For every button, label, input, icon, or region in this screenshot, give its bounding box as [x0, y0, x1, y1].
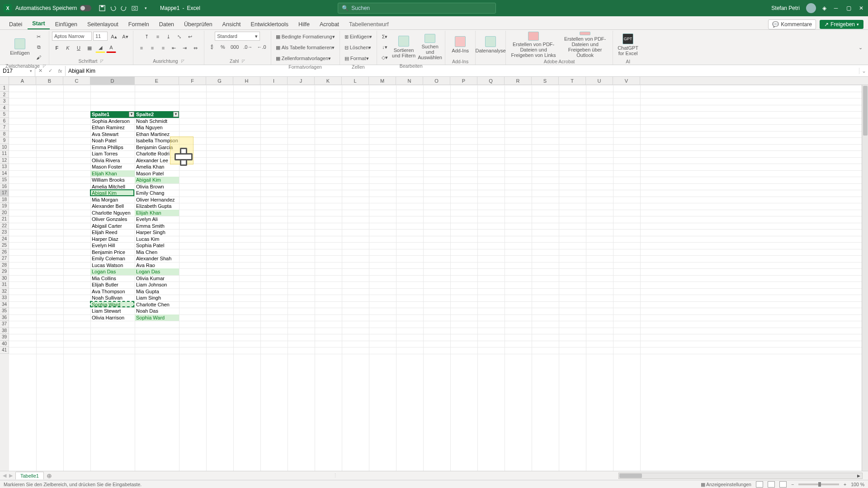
increase-font-icon[interactable]: A▴ — [109, 32, 119, 42]
paste-button[interactable]: Einfügen — [8, 34, 32, 60]
percent-icon[interactable]: % — [218, 42, 228, 52]
cell-styles-button[interactable]: ▦ Zellenformatvorlagen ▾ — [274, 53, 333, 63]
dialog-launcher-icon[interactable]: ◸ — [242, 59, 245, 63]
tab-file[interactable]: Datei — [5, 19, 27, 29]
minimize-icon[interactable]: ─ — [833, 5, 839, 11]
document-title: Mappe1-Excel — [160, 5, 200, 11]
format-table-button[interactable]: ▦ Als Tabelle formatieren ▾ — [274, 42, 337, 52]
maximize-icon[interactable]: ▢ — [845, 5, 852, 11]
share-button[interactable]: ↗Freigeben▾ — [820, 20, 863, 29]
user-name[interactable]: Stefan Petri — [771, 5, 800, 11]
pdf-icon — [580, 32, 590, 35]
autosave-toggle[interactable]: Automatisches Speichern — [15, 5, 91, 11]
expand-formula-icon[interactable]: ⌄ — [859, 68, 868, 74]
align-right-icon[interactable]: ≡ — [158, 43, 169, 53]
group-alignment: ⤒ ≡ ⤓ ⤡ ↩ ≡ ≡ ≡ ⇤ ⇥ ⇔ Ausrichtung◸ — [133, 31, 204, 65]
inc-decimal-icon[interactable]: .0→ — [241, 42, 254, 52]
group-font: Aptos Narrow 11 A▴ A▾ F K U ▦ ◢ A Schrif… — [49, 31, 133, 65]
merge-center-icon[interactable]: ⇔ — [190, 43, 201, 53]
comma-icon[interactable]: 000 — [229, 42, 241, 52]
underline-icon[interactable]: U — [74, 43, 84, 53]
qat-more-icon[interactable]: ▾ — [142, 5, 149, 12]
accounting-icon[interactable]: ₿ — [207, 42, 217, 52]
enter-icon[interactable]: ✓ — [45, 66, 55, 76]
cut-icon[interactable]: ✂ — [34, 32, 44, 42]
tab-help[interactable]: Hilfe — [294, 19, 314, 29]
align-top-icon[interactable]: ⤒ — [142, 32, 152, 42]
orientation-icon[interactable]: ⤡ — [174, 32, 185, 42]
tab-dev[interactable]: Entwicklertools — [246, 19, 293, 29]
camera-icon[interactable] — [131, 5, 138, 12]
tab-review[interactable]: Überprüfen — [179, 19, 217, 29]
addins-icon — [455, 36, 466, 47]
indent-inc-icon[interactable]: ⇥ — [179, 43, 190, 53]
chatgpt-button[interactable]: GPTChatGPT for Excel — [616, 32, 640, 58]
align-bottom-icon[interactable]: ⤓ — [163, 32, 174, 42]
pdf-outlook-button[interactable]: Erstellen von PDF-Dateien und Freigeben … — [560, 32, 610, 58]
tab-acrobat[interactable]: Acrobat — [315, 19, 344, 29]
name-box[interactable]: D17▾ — [0, 65, 35, 76]
indent-dec-icon[interactable]: ⇤ — [169, 43, 179, 53]
format-painter-icon[interactable]: 🖌 — [34, 52, 44, 62]
clear-icon[interactable]: ◇▾ — [380, 52, 390, 62]
align-center-icon[interactable]: ≡ — [147, 43, 158, 53]
dialog-launcher-icon[interactable]: ◸ — [181, 59, 184, 63]
diamond-icon[interactable]: ◈ — [822, 5, 826, 11]
sort-filter-button[interactable]: Sortieren und Filtern — [392, 34, 416, 60]
delete-cells-button[interactable]: ⊟ Löschen ▾ — [343, 42, 373, 52]
align-left-icon[interactable]: ≡ — [136, 43, 147, 53]
delete-icon: ⊟ — [344, 45, 349, 51]
redo-icon[interactable] — [120, 5, 127, 12]
pdf-share-link-button[interactable]: Erstellen von PDF-Dateien und Freigeben … — [509, 32, 558, 58]
tab-view[interactable]: Ansicht — [218, 19, 245, 29]
find-select-button[interactable]: Suchen und Auswählen — [418, 34, 442, 60]
formula-input[interactable]: Abigail Kim — [66, 68, 859, 74]
fill-color-icon[interactable]: ◢ — [95, 43, 105, 53]
cancel-icon[interactable]: ✕ — [35, 66, 45, 76]
formula-bar: D17▾ ✕ ✓ fx Abigail Kim ⌄ — [0, 65, 868, 77]
titlebar: X Automatisches Speichern ▾ Mappe1-Excel… — [0, 0, 868, 16]
wrap-text-icon[interactable]: ↩ — [185, 32, 196, 42]
tab-layout[interactable]: Seitenlayout — [83, 19, 123, 29]
group-acrobat: Erstellen von PDF-Dateien und Freigeben … — [506, 31, 613, 65]
undo-icon[interactable] — [109, 5, 117, 12]
format-icon: ▤ — [344, 56, 349, 61]
tab-tabledesign[interactable]: Tabellenentwurf — [344, 19, 393, 29]
group-number: Standard▾ ₿ % 000 .0→ ←.0 Zahl◸ — [204, 31, 271, 65]
avatar[interactable] — [806, 3, 816, 13]
search-icon: 🔍 — [342, 5, 349, 11]
copy-icon[interactable]: ⧉ — [34, 42, 44, 52]
analysis-icon — [485, 36, 496, 47]
collapse-ribbon-icon[interactable]: ⌄ — [859, 45, 863, 51]
data-analysis-button[interactable]: Datenanalyse — [478, 32, 503, 58]
insert-cells-button[interactable]: ⊞ Einfügen ▾ — [343, 32, 374, 42]
number-format-combo[interactable]: Standard▾ — [215, 32, 260, 41]
fill-icon[interactable]: ↓▾ — [380, 42, 390, 52]
save-icon[interactable] — [99, 5, 106, 12]
bold-icon[interactable]: F — [52, 43, 62, 53]
fx-icon[interactable]: fx — [55, 66, 65, 76]
tab-formulas[interactable]: Formeln — [124, 19, 154, 29]
font-color-icon[interactable]: A — [106, 43, 116, 53]
comments-button[interactable]: 💬Kommentare — [768, 19, 816, 29]
search-box[interactable]: 🔍 Suchen — [338, 3, 496, 14]
tab-insert[interactable]: Einfügen — [51, 19, 82, 29]
font-size-combo[interactable]: 11 — [93, 32, 108, 41]
dec-decimal-icon[interactable]: ←.0 — [255, 42, 268, 52]
dialog-launcher-icon[interactable]: ◸ — [100, 59, 104, 63]
italic-icon[interactable]: K — [63, 43, 73, 53]
autosum-icon[interactable]: Σ▾ — [380, 32, 390, 42]
font-name-combo[interactable]: Aptos Narrow — [52, 32, 92, 41]
align-middle-icon[interactable]: ≡ — [152, 32, 163, 42]
group-clipboard: Einfügen ✂ ⧉ 🖌 Zwischenablage◸ — [3, 31, 49, 65]
tab-data[interactable]: Daten — [155, 19, 179, 29]
toggle-off-icon[interactable] — [80, 5, 91, 11]
tab-home[interactable]: Start — [28, 18, 49, 29]
close-icon[interactable]: ✕ — [858, 5, 864, 11]
svg-point-3 — [134, 7, 136, 9]
cond-format-button[interactable]: ▦ Bedingte Formatierung ▾ — [274, 32, 337, 42]
format-cells-button[interactable]: ▤ Format ▾ — [343, 53, 371, 63]
border-icon[interactable]: ▦ — [85, 43, 94, 53]
addins-button[interactable]: Add-Ins — [448, 32, 472, 58]
decrease-font-icon[interactable]: A▾ — [120, 32, 130, 42]
